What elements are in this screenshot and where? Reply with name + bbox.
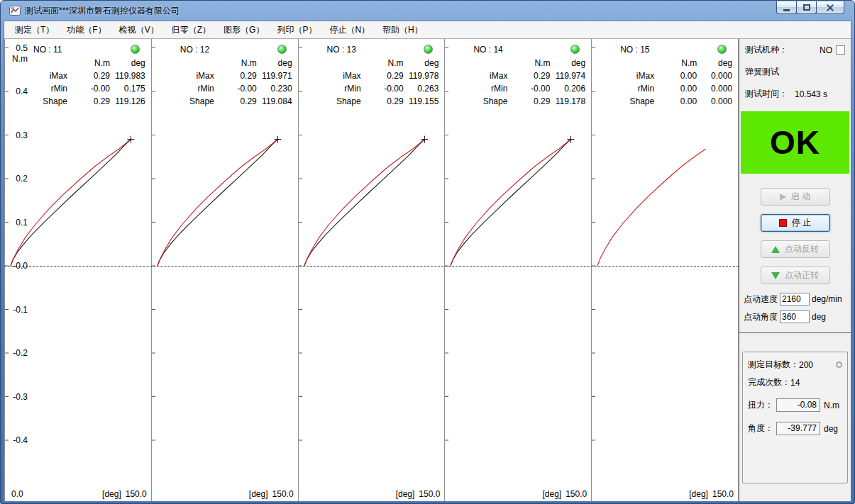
down-arrow-icon — [771, 272, 780, 279]
result-table-header: N.m deg — [592, 57, 738, 69]
result-row: iMax0.29119.978 — [299, 69, 445, 82]
result-table: N.m deg iMax0.000.000rMin0.000.000Shape0… — [592, 57, 738, 108]
menu-item[interactable]: 列印（P） — [270, 22, 323, 38]
title-bar[interactable]: 测试画面***深圳市磐石测控仪器有限公司 — [4, 1, 851, 21]
result-table-header: N.m deg — [152, 57, 298, 69]
panel-header: NO : 15 N.m deg iMax0.000.000rMin0.000.0… — [592, 42, 738, 108]
result-row: rMin-0.000.263 — [299, 82, 445, 95]
close-icon — [826, 4, 834, 12]
start-button[interactable]: 启 动 — [761, 188, 830, 206]
result-text: OK — [770, 123, 820, 162]
app-icon — [9, 5, 21, 16]
torque-angle-plot — [299, 39, 445, 501]
minimize-button[interactable] — [776, 1, 797, 14]
play-icon — [780, 194, 786, 201]
zero-line — [4, 266, 739, 267]
result-row: iMax0.29119.974 — [445, 69, 591, 82]
angle-unit-header: deg — [697, 57, 738, 69]
jog-angle-row: 点动角度 deg — [739, 310, 851, 323]
jog-forward-button[interactable]: 点动正转 — [761, 267, 830, 284]
x-axis-unit-label: [deg] — [396, 489, 415, 499]
machine-type-label: 测试机种： — [745, 44, 788, 56]
sidebar-divider — [739, 332, 851, 333]
angle-unit-header: deg — [404, 57, 445, 69]
angle-label: 角度： — [748, 422, 773, 435]
menu-item[interactable]: 停止（N） — [323, 22, 376, 38]
panel-number-label: NO : 14 — [473, 45, 502, 55]
menu-item[interactable]: 测定（T） — [9, 22, 60, 38]
result-table: N.m deg iMax0.29119.974rMin-0.000.206Sha… — [445, 57, 591, 108]
x-axis-unit-label: [deg] — [542, 489, 561, 499]
y-axis-labels: 0.50.40.30.20.1-0.0-0.1-0.2-0.3-0.4N.m — [6, 39, 29, 501]
completed-count-value: 14 — [790, 378, 800, 388]
torque-unit: N.m — [824, 401, 839, 410]
machine-type-checkbox[interactable] — [836, 45, 845, 55]
jog-angle-unit: deg — [812, 312, 826, 322]
jog-forward-label: 点动正转 — [785, 269, 819, 281]
y-tick-label: 0.3 — [6, 130, 28, 140]
menu-item[interactable]: 检视（V） — [113, 22, 165, 38]
x-axis-labels: [deg] 150.0 — [249, 489, 294, 499]
test-panel: NO : 15 N.m deg iMax0.000.000rMin0.000.0… — [592, 39, 739, 501]
x-axis-max-label: 150.0 — [419, 489, 440, 499]
y-tick-label: -0.1 — [6, 305, 28, 315]
result-row: Shape0.000.000 — [592, 95, 738, 108]
result-row: rMin0.000.000 — [592, 82, 738, 95]
panel-header: NO : 14 N.m deg iMax0.29119.974rMin-0.00… — [445, 42, 591, 108]
result-row: rMin-0.000.230 — [152, 82, 298, 95]
torque-unit-header: N.m — [654, 57, 697, 69]
angle-unit-header: deg — [110, 57, 151, 69]
y-tick-label: 0.1 — [6, 218, 28, 228]
window-controls — [777, 1, 844, 14]
torque-unit-header: N.m — [507, 57, 550, 69]
app-window: 测试画面***深圳市磐石测控仪器有限公司 测定（T）功能（F）检视（V）归零（Z… — [0, 0, 855, 504]
result-row: iMax0.29119.971 — [152, 69, 298, 82]
menu-item[interactable]: 功能（F） — [60, 22, 112, 38]
jog-speed-input[interactable] — [780, 293, 810, 306]
status-led-icon — [277, 45, 287, 54]
test-name: 弹簧测试 — [745, 66, 779, 78]
jog-angle-input[interactable] — [780, 310, 810, 323]
status-led-icon — [717, 45, 727, 54]
completed-count-label: 完成次数： — [748, 376, 790, 388]
panels-row: NO : 11 N.m deg iMax0.29119.983rMin-0.00… — [4, 39, 739, 501]
result-table: N.m deg iMax0.29119.971rMin-0.000.230Sha… — [152, 57, 298, 108]
start-button-label: 启 动 — [791, 191, 810, 203]
torque-angle-plot — [592, 39, 738, 501]
torque-label: 扭力： — [748, 399, 773, 411]
maximize-button[interactable] — [796, 1, 817, 14]
chart-area: NO : 11 N.m deg iMax0.29119.983rMin-0.00… — [4, 39, 739, 501]
torque-angle-plot — [152, 39, 298, 501]
y-tick-label: 0.2 — [6, 174, 28, 184]
panel-header: NO : 12 N.m deg iMax0.29119.971rMin-0.00… — [152, 42, 298, 108]
status-led-icon — [424, 45, 433, 54]
x-axis-max-label: 150.0 — [126, 489, 147, 499]
test-time-value: 10.543 s — [795, 89, 827, 99]
angle-unit-header: deg — [257, 57, 298, 69]
status-led-icon — [131, 45, 140, 54]
jog-reverse-button[interactable]: 点动反转 — [761, 240, 830, 258]
menu-item[interactable]: 图形（G） — [217, 22, 270, 38]
result-table-header: N.m deg — [299, 57, 445, 69]
jog-speed-row: 点动速度 deg/min — [739, 293, 851, 306]
y-tick-label: -0.0 — [6, 261, 28, 271]
x-axis-max-label: 150.0 — [272, 489, 294, 499]
y-tick-label: 0.4 — [6, 86, 28, 96]
result-row: Shape0.29119.155 — [299, 95, 445, 108]
menu-item[interactable]: 帮助（H） — [376, 22, 429, 38]
x-axis-labels: [deg] 150.0 — [689, 489, 734, 499]
control-buttons: 启 动 停 止 点动反转 点动正转 — [739, 188, 851, 293]
close-button[interactable] — [816, 1, 844, 14]
y-tick-label: -0.3 — [6, 392, 28, 402]
angle-unit-header: deg — [550, 57, 591, 69]
torque-unit-header: N.m — [67, 57, 110, 69]
target-count-value: 200 — [799, 360, 813, 370]
result-row: Shape0.29119.178 — [445, 95, 591, 108]
stop-button[interactable]: 停 止 — [761, 214, 830, 232]
test-panel: NO : 14 N.m deg iMax0.29119.974rMin-0.00… — [445, 39, 592, 501]
window-title: 测试画面***深圳市磐石测控仪器有限公司 — [25, 5, 180, 17]
menu-item[interactable]: 归零（Z） — [165, 22, 217, 38]
test-panel: NO : 13 N.m deg iMax0.29119.978rMin-0.00… — [299, 39, 446, 501]
x-axis-unit-label: [deg] — [689, 489, 708, 499]
test-panel: NO : 12 N.m deg iMax0.29119.971rMin-0.00… — [152, 39, 299, 501]
